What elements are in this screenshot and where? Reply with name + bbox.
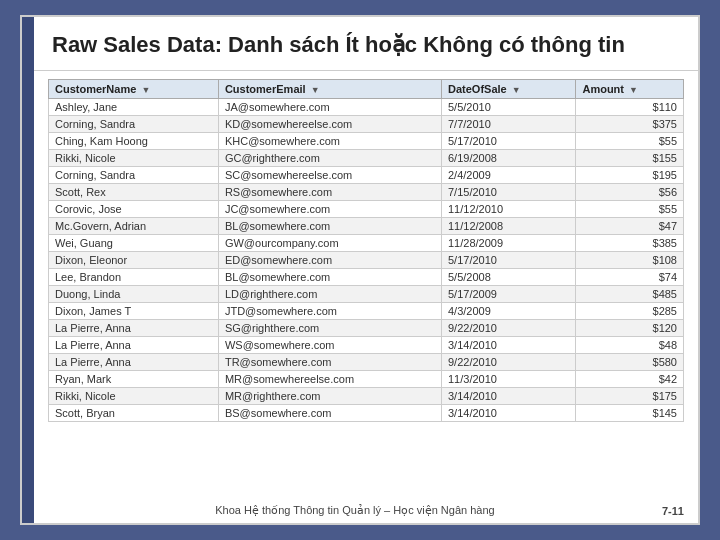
cell-amount: $175 bbox=[576, 387, 684, 404]
cell-amount: $108 bbox=[576, 251, 684, 268]
cell-name: Ching, Kam Hoong bbox=[49, 132, 219, 149]
cell-name: Rikki, Nicole bbox=[49, 149, 219, 166]
cell-amount: $375 bbox=[576, 115, 684, 132]
table-row: Scott, RexRS@somewhere.com7/15/2010$56 bbox=[49, 183, 684, 200]
cell-email: GC@righthere.com bbox=[218, 149, 441, 166]
cell-amount: $47 bbox=[576, 217, 684, 234]
table-row: Mc.Govern, AdrianBL@somewhere.com11/12/2… bbox=[49, 217, 684, 234]
cell-email: LD@righthere.com bbox=[218, 285, 441, 302]
table-row: Ashley, JaneJA@somewhere.com5/5/2010$110 bbox=[49, 98, 684, 115]
cell-email: RS@somewhere.com bbox=[218, 183, 441, 200]
cell-date: 9/22/2010 bbox=[441, 353, 575, 370]
cell-name: Wei, Guang bbox=[49, 234, 219, 251]
cell-name: Lee, Brandon bbox=[49, 268, 219, 285]
cell-name: Rikki, Nicole bbox=[49, 387, 219, 404]
table-body: Ashley, JaneJA@somewhere.com5/5/2010$110… bbox=[49, 98, 684, 421]
cell-date: 4/3/2009 bbox=[441, 302, 575, 319]
cell-email: JC@somewhere.com bbox=[218, 200, 441, 217]
table-row: La Pierre, AnnaSG@righthere.com9/22/2010… bbox=[49, 319, 684, 336]
cell-email: BL@somewhere.com bbox=[218, 268, 441, 285]
title-area: Raw Sales Data: Danh sách Ít hoặc Không … bbox=[34, 17, 698, 71]
col-header-amount[interactable]: Amount ▼ bbox=[576, 79, 684, 98]
cell-amount: $42 bbox=[576, 370, 684, 387]
cell-name: Corning, Sandra bbox=[49, 166, 219, 183]
cell-email: GW@ourcompany.com bbox=[218, 234, 441, 251]
cell-amount: $385 bbox=[576, 234, 684, 251]
cell-amount: $110 bbox=[576, 98, 684, 115]
cell-date: 2/4/2009 bbox=[441, 166, 575, 183]
cell-email: SG@righthere.com bbox=[218, 319, 441, 336]
table-row: La Pierre, AnnaTR@somewhere.com9/22/2010… bbox=[49, 353, 684, 370]
cell-name: Dixon, Eleonor bbox=[49, 251, 219, 268]
cell-date: 11/28/2009 bbox=[441, 234, 575, 251]
cell-amount: $55 bbox=[576, 132, 684, 149]
cell-email: JA@somewhere.com bbox=[218, 98, 441, 115]
cell-amount: $145 bbox=[576, 404, 684, 421]
cell-name: Scott, Bryan bbox=[49, 404, 219, 421]
cell-date: 7/7/2010 bbox=[441, 115, 575, 132]
cell-date: 3/14/2010 bbox=[441, 387, 575, 404]
cell-name: Ashley, Jane bbox=[49, 98, 219, 115]
cell-date: 7/15/2010 bbox=[441, 183, 575, 200]
sort-arrow-date: ▼ bbox=[512, 85, 521, 95]
cell-date: 5/5/2008 bbox=[441, 268, 575, 285]
cell-amount: $285 bbox=[576, 302, 684, 319]
cell-date: 11/12/2008 bbox=[441, 217, 575, 234]
cell-email: BL@somewhere.com bbox=[218, 217, 441, 234]
slide-title: Raw Sales Data: Danh sách Ít hoặc Không … bbox=[52, 31, 680, 60]
table-row: Duong, LindaLD@righthere.com5/17/2009$48… bbox=[49, 285, 684, 302]
cell-email: MR@somewhereelse.com bbox=[218, 370, 441, 387]
cell-date: 6/19/2008 bbox=[441, 149, 575, 166]
table-row: Ching, Kam HoongKHC@somewhere.com5/17/20… bbox=[49, 132, 684, 149]
table-row: Rikki, NicoleGC@righthere.com6/19/2008$1… bbox=[49, 149, 684, 166]
slide-number: 7-11 bbox=[662, 505, 684, 517]
cell-email: BS@somewhere.com bbox=[218, 404, 441, 421]
cell-amount: $56 bbox=[576, 183, 684, 200]
table-header: CustomerName ▼ CustomerEmail ▼ DateOfSal… bbox=[49, 79, 684, 98]
table-row: Corovic, JoseJC@somewhere.com11/12/2010$… bbox=[49, 200, 684, 217]
table-row: La Pierre, AnnaWS@somewhere.com3/14/2010… bbox=[49, 336, 684, 353]
content-area: CustomerName ▼ CustomerEmail ▼ DateOfSal… bbox=[34, 71, 698, 498]
table-row: Corning, SandraKD@somewhereelse.com7/7/2… bbox=[49, 115, 684, 132]
cell-name: La Pierre, Anna bbox=[49, 336, 219, 353]
cell-email: TR@somewhere.com bbox=[218, 353, 441, 370]
cell-email: MR@righthere.com bbox=[218, 387, 441, 404]
data-table: CustomerName ▼ CustomerEmail ▼ DateOfSal… bbox=[48, 79, 684, 422]
cell-amount: $74 bbox=[576, 268, 684, 285]
cell-amount: $55 bbox=[576, 200, 684, 217]
table-row: Lee, BrandonBL@somewhere.com5/5/2008$74 bbox=[49, 268, 684, 285]
table-row: Ryan, MarkMR@somewhereelse.com11/3/2010$… bbox=[49, 370, 684, 387]
sort-arrow-name: ▼ bbox=[141, 85, 150, 95]
cell-name: Duong, Linda bbox=[49, 285, 219, 302]
cell-email: SC@somewhereelse.com bbox=[218, 166, 441, 183]
cell-name: Ryan, Mark bbox=[49, 370, 219, 387]
col-header-email[interactable]: CustomerEmail ▼ bbox=[218, 79, 441, 98]
cell-name: Corovic, Jose bbox=[49, 200, 219, 217]
col-header-date[interactable]: DateOfSale ▼ bbox=[441, 79, 575, 98]
cell-date: 5/5/2010 bbox=[441, 98, 575, 115]
cell-date: 3/14/2010 bbox=[441, 404, 575, 421]
slide: Raw Sales Data: Danh sách Ít hoặc Không … bbox=[20, 15, 700, 525]
cell-name: Scott, Rex bbox=[49, 183, 219, 200]
cell-email: WS@somewhere.com bbox=[218, 336, 441, 353]
cell-name: La Pierre, Anna bbox=[49, 319, 219, 336]
cell-amount: $195 bbox=[576, 166, 684, 183]
cell-amount: $155 bbox=[576, 149, 684, 166]
cell-date: 5/17/2009 bbox=[441, 285, 575, 302]
sort-arrow-amount: ▼ bbox=[629, 85, 638, 95]
cell-amount: $120 bbox=[576, 319, 684, 336]
sort-arrow-email: ▼ bbox=[311, 85, 320, 95]
cell-amount: $580 bbox=[576, 353, 684, 370]
cell-email: KHC@somewhere.com bbox=[218, 132, 441, 149]
cell-date: 11/3/2010 bbox=[441, 370, 575, 387]
col-header-name[interactable]: CustomerName ▼ bbox=[49, 79, 219, 98]
cell-email: JTD@somewhere.com bbox=[218, 302, 441, 319]
table-row: Dixon, James TJTD@somewhere.com4/3/2009$… bbox=[49, 302, 684, 319]
cell-name: Dixon, James T bbox=[49, 302, 219, 319]
cell-amount: $485 bbox=[576, 285, 684, 302]
cell-date: 11/12/2010 bbox=[441, 200, 575, 217]
cell-name: Mc.Govern, Adrian bbox=[49, 217, 219, 234]
footer-area: Khoa Hệ thống Thông tin Quản lý – Học vi… bbox=[34, 498, 698, 523]
cell-date: 3/14/2010 bbox=[441, 336, 575, 353]
cell-name: La Pierre, Anna bbox=[49, 353, 219, 370]
